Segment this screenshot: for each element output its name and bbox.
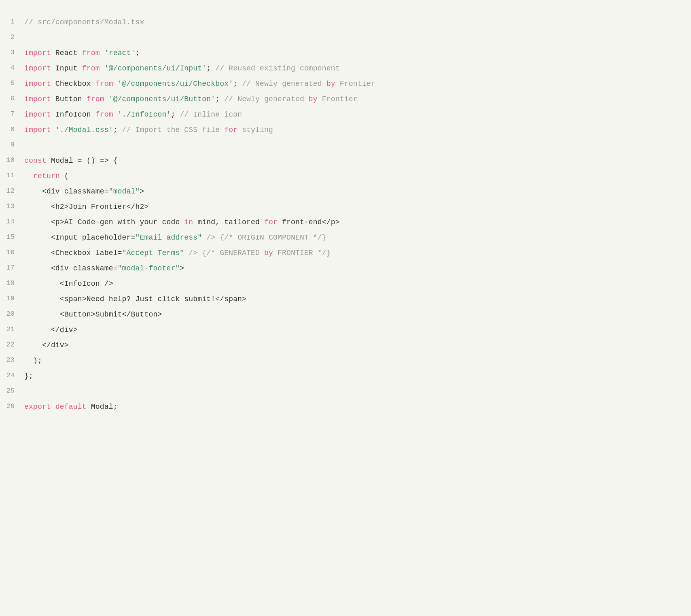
line-content: <p>AI Code-gen with your code in mind, t… [24, 216, 691, 229]
code-line: 11 return ( [0, 170, 691, 185]
token: by [309, 95, 318, 103]
line-number: 7 [0, 108, 24, 120]
line-number: 17 [0, 262, 24, 274]
line-number: 21 [0, 324, 24, 336]
token [24, 172, 33, 180]
line-content: <div className="modal-footer"> [24, 262, 691, 275]
line-content: }; [24, 370, 691, 382]
token: <p>AI Code-gen with your code [24, 218, 184, 226]
token: </div> [24, 326, 78, 334]
token: /> {/* ORIGIN COMPONENT */} [202, 234, 326, 242]
code-line: 10const Modal = () => { [0, 155, 691, 170]
line-number: 14 [0, 216, 24, 228]
token: from [82, 64, 100, 72]
line-number: 5 [0, 78, 24, 89]
token: for [224, 126, 237, 134]
line-content: <span>Need help? Just click submit!</spa… [24, 293, 691, 306]
line-content: <Input placeholder="Email address" /> {/… [24, 232, 691, 244]
line-content: import Input from '@/components/ui/Input… [24, 62, 691, 75]
code-line: 23 ); [0, 355, 691, 370]
token: Button [51, 95, 87, 103]
token: <Input placeholder= [24, 234, 136, 242]
line-content: <Checkbox label="Accept Terms" /> {/* GE… [24, 247, 691, 259]
token: from [82, 49, 100, 57]
line-number: 16 [0, 247, 24, 259]
line-number: 20 [0, 308, 24, 320]
line-number: 6 [0, 93, 24, 105]
token [113, 80, 118, 88]
code-line: 7import InfoIcon from './InfoIcon'; // I… [0, 108, 691, 124]
token: styling [237, 126, 273, 134]
token: ; [215, 95, 220, 103]
line-content: <InfoIcon /> [24, 278, 691, 290]
line-number: 10 [0, 155, 24, 166]
line-number: 3 [0, 47, 24, 59]
token: for [264, 218, 278, 226]
token: by [264, 249, 273, 257]
token [51, 126, 55, 134]
token: Modal = () => { [47, 157, 118, 165]
token: React [51, 49, 82, 57]
token: '@/components/ui/Input' [104, 64, 207, 72]
token: return [33, 172, 60, 180]
token: InfoIcon [51, 110, 95, 119]
line-content: <h2>Join Frontier</h2> [24, 201, 691, 213]
line-number: 1 [0, 16, 24, 28]
line-number: 13 [0, 201, 24, 212]
token: > [140, 187, 144, 195]
line-number: 19 [0, 293, 24, 305]
token: ; [113, 126, 118, 134]
token: }; [24, 372, 33, 380]
token: '@/components/ui/Button' [109, 95, 216, 103]
line-number: 23 [0, 355, 24, 366]
token: "modal" [109, 187, 140, 195]
token: from [95, 110, 113, 119]
token: <div className= [24, 187, 109, 195]
token: ; [171, 110, 175, 119]
line-number: 12 [0, 185, 24, 197]
token: Frontier [335, 80, 375, 88]
token: /> {/* GENERATED [184, 249, 264, 257]
token: Checkbox [51, 80, 95, 88]
code-line: 17 <div className="modal-footer"> [0, 262, 691, 278]
code-line: 14 <p>AI Code-gen with your code in mind… [0, 216, 691, 232]
token: <div className= [24, 264, 118, 272]
code-line: 1// src/components/Modal.tsx [0, 16, 691, 32]
code-line: 19 <span>Need help? Just click submit!</… [0, 293, 691, 308]
code-line: 15 <Input placeholder="Email address" />… [0, 232, 691, 247]
line-number: 26 [0, 401, 24, 412]
code-line: 8import './Modal.css'; // Import the CSS… [0, 124, 691, 139]
token: // Inline icon [175, 110, 242, 119]
line-number: 24 [0, 370, 24, 382]
line-content: ); [24, 355, 691, 367]
line-content: import React from 'react'; [24, 47, 691, 59]
line-content: <div className="modal"> [24, 185, 691, 198]
code-line: 22 </div> [0, 339, 691, 355]
token: import [24, 110, 51, 119]
line-content: </div> [24, 339, 691, 352]
line-number: 8 [0, 124, 24, 136]
code-line: 16 <Checkbox label="Accept Terms" /> {/*… [0, 247, 691, 262]
line-content: const Modal = () => { [24, 155, 691, 167]
line-content: import InfoIcon from './InfoIcon'; // In… [24, 108, 691, 121]
token: ; [136, 49, 140, 57]
code-line: 2 [0, 32, 691, 47]
token: Input [51, 64, 82, 72]
token: "Email address" [136, 234, 202, 242]
token: "modal-footer" [118, 264, 180, 272]
token: mind, tailored [193, 218, 264, 226]
token: // Newly generated [237, 80, 326, 88]
token: '@/components/ui/Checkbox' [118, 80, 233, 88]
token: './InfoIcon' [118, 110, 171, 119]
code-line: 9 [0, 139, 691, 155]
token: ; [233, 80, 237, 88]
token: from [87, 95, 104, 103]
code-line: 13 <h2>Join Frontier</h2> [0, 201, 691, 216]
code-line: 21 </div> [0, 324, 691, 339]
token: in [184, 218, 193, 226]
token: <InfoIcon /> [24, 280, 113, 288]
code-line: 25 [0, 385, 691, 401]
code-line: 12 <div className="modal"> [0, 185, 691, 201]
token: > [180, 264, 184, 272]
line-number: 11 [0, 170, 24, 182]
